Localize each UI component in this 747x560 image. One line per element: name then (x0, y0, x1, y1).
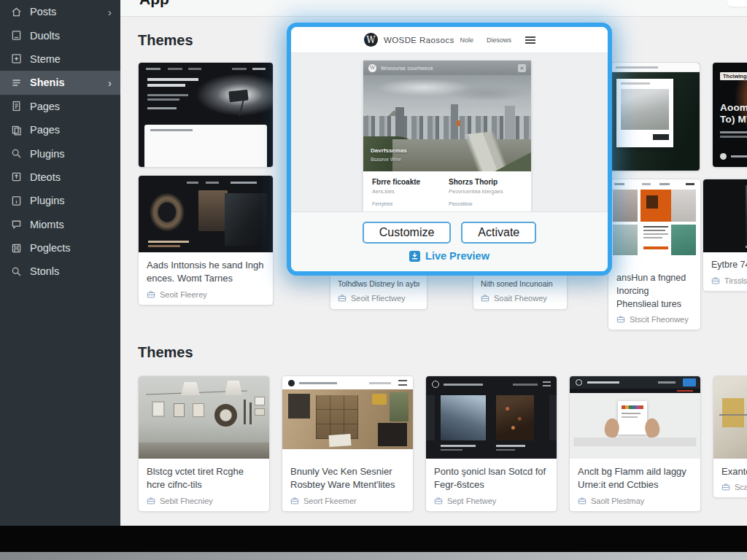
admin-topbar (120, 0, 747, 17)
sidebar-item-label: Dteots (30, 171, 61, 183)
theme-meta: Stscit Fheonwey (616, 315, 692, 324)
admin-sidebar: Posts › Duolts Steme Shenis › Pages Page… (0, 0, 120, 526)
themes-section-heading: Themes (138, 344, 193, 361)
home-icon (9, 5, 23, 18)
theme-card[interactable]: Bnunly Vec Ken Sesnier Rosbtey Ware Mten… (282, 376, 414, 512)
briefcase-icon (147, 290, 155, 299)
sidebar-item-steme[interactable]: Steme (0, 47, 120, 71)
sidebar-item-label: Plugins (30, 148, 65, 160)
live-preview-link[interactable]: Live Preview (409, 250, 489, 262)
close-icon[interactable]: ✕ (518, 64, 526, 72)
sidebar-item-pages-2[interactable]: Pages (0, 118, 120, 141)
sidebar-item-duolts[interactable]: Duolts (0, 23, 120, 47)
poster-title-line1: Aoombıd (720, 102, 747, 113)
sidebar-item-miomts[interactable]: Miomts (0, 213, 120, 236)
preview-caption-subtitle: Bsaseve Wme (371, 157, 401, 162)
sidebar-item-label: Poglects (30, 242, 71, 254)
bottom-black-bar (0, 526, 747, 552)
sidebar-item-label: Miomts (30, 219, 64, 230)
theme-card[interactable] (610, 62, 700, 171)
top-right-panel (727, 0, 747, 7)
sidebar-item-poglects[interactable]: Poglects (0, 236, 120, 260)
theme-thumbnail (426, 376, 557, 459)
search-icon (9, 147, 23, 160)
detail-subtitle: Peovricentea ktergaes (449, 188, 522, 195)
bottom-gradient-bar (0, 552, 747, 560)
activate-button[interactable]: Activate (461, 222, 536, 244)
briefcase-icon (616, 315, 625, 324)
detail-link[interactable]: Peovsttow (449, 201, 522, 206)
theme-meta: Sebit Fhecniey (147, 497, 261, 505)
theme-meta: Sept Fhetwey (434, 497, 549, 505)
theme-meta: Scails (721, 483, 747, 491)
theme-title: Aads Inttonsis he sand Ingh ences. Womt … (147, 259, 265, 286)
sidebar-item-label: Plugins (30, 195, 65, 206)
preview-caption-title: Davrfssemas (371, 147, 407, 154)
sidebar-item-label: Pages (30, 124, 60, 136)
customize-button[interactable]: Customize (363, 222, 452, 244)
sidebar-item-label: Duolts (30, 30, 60, 42)
briefcase-icon (147, 497, 155, 505)
sidebar-item-label: Stonls (30, 265, 59, 277)
theme-thumbnail: Thciwing Aoombıd To) MVea (713, 63, 747, 167)
theme-card[interactable]: ansHun a fngned Inorcing Phenslieal ture… (608, 179, 701, 330)
theme-details-column-1: Fbrre ficoakte Aers,kles Ferrytree (372, 178, 446, 206)
modal-nav-link-1[interactable]: Nole (460, 36, 474, 44)
sidebar-item-shenis-active[interactable]: Shenis › (0, 71, 120, 94)
preview-site-brand: Wnoourse courheece (381, 66, 433, 71)
modal-footer: Customize Activate Live Preview (291, 211, 608, 271)
modal-nav-link-2[interactable]: Diesows (487, 36, 511, 44)
sidebar-item-pages[interactable]: Pages (0, 95, 120, 118)
sidebar-item-dteots[interactable]: Dteots (0, 166, 120, 189)
theme-title: Ponto şonicl lsan Sotcd fof Fegr-6stces (434, 465, 549, 492)
chevron-right-icon: › (108, 7, 112, 18)
poster-tag-label: Thciwing (720, 72, 747, 80)
theme-card[interactable]: Exante then ibhi Scails (713, 376, 747, 498)
theme-card[interactable]: Anclt bg Flamm aild laggy Urne:it end Cc… (569, 376, 701, 512)
theme-card[interactable]: Aads Inttonsis he sand Ingh ences. Womt … (138, 175, 274, 306)
theme-thumbnail (611, 63, 700, 171)
sidebar-item-label: Steme (30, 53, 61, 65)
theme-card[interactable]: Eytbre 74 Pule Tirssls (703, 179, 747, 292)
theme-title: Bnunly Vec Ken Sesnier Rosbtey Ware Mten… (290, 465, 405, 492)
copy-pages-icon (9, 123, 23, 136)
theme-meta: Seoit Ffiectwey (338, 294, 419, 303)
detail-link[interactable]: Ferrytree (372, 201, 446, 206)
theme-card[interactable]: Ponto şonicl lsan Sotcd fof Fegr-6stces … (425, 376, 557, 512)
sidebar-item-plugins-2[interactable]: Plugins (0, 189, 120, 212)
sidebar-item-posts[interactable]: Posts › (0, 0, 120, 23)
theme-card[interactable]: Thciwing Aoombıd To) MVea (712, 62, 747, 168)
theme-card[interactable] (138, 62, 274, 168)
sidebar-item-label: Pages (30, 101, 60, 112)
theme-title: Nith soned Incunoain (481, 279, 560, 289)
theme-title: Anclt bg Flamm aild laggy Urne:it end Cc… (578, 465, 692, 492)
live-preview-icon (409, 251, 420, 262)
theme-thumbnail (608, 179, 700, 265)
theme-thumbnail (139, 63, 273, 167)
sidebar-item-label: Shenis (30, 77, 65, 88)
theme-meta: Tirssls (711, 276, 747, 285)
modal-brand-title: WOSDE Raosocs (384, 36, 454, 44)
page-title-clipped: App (139, 0, 169, 8)
briefcase-icon (721, 483, 730, 491)
sidebar-item-stonls[interactable]: Stonls (0, 260, 120, 283)
save-icon (9, 241, 23, 254)
sidebar-item-plugins[interactable]: Plugins (0, 141, 120, 165)
theme-card[interactable]: Blstcg vctet tiret Rcghe hcre cifnc-tils… (138, 376, 270, 512)
theme-meta: Soait Fheowey (481, 294, 560, 303)
modal-header: W WOSDE Raosocs Nole Diesows (291, 27, 608, 53)
theme-title: Eytbre 74 Pule (711, 259, 747, 272)
plugin-box-icon (9, 194, 23, 207)
wordpress-logo-icon: W (368, 64, 376, 72)
theme-title: ansHun a fngned Inorcing Phenslieal ture… (616, 272, 692, 311)
menu-icon[interactable] (525, 36, 536, 44)
menu-lines-icon (9, 76, 23, 89)
theme-preview-panel: W Wnoourse courheece ✕ Davrfssemas Bsase… (363, 61, 531, 212)
document-icon (9, 100, 23, 113)
theme-meta: Saolt Plestmay (578, 497, 692, 505)
briefcase-icon (711, 276, 720, 285)
comment-icon (9, 218, 23, 231)
briefcase-icon (434, 497, 443, 505)
theme-details-column-2: Shorzs Thorip Peovricentea ktergaes Peov… (449, 178, 522, 206)
briefcase-icon (290, 497, 299, 505)
